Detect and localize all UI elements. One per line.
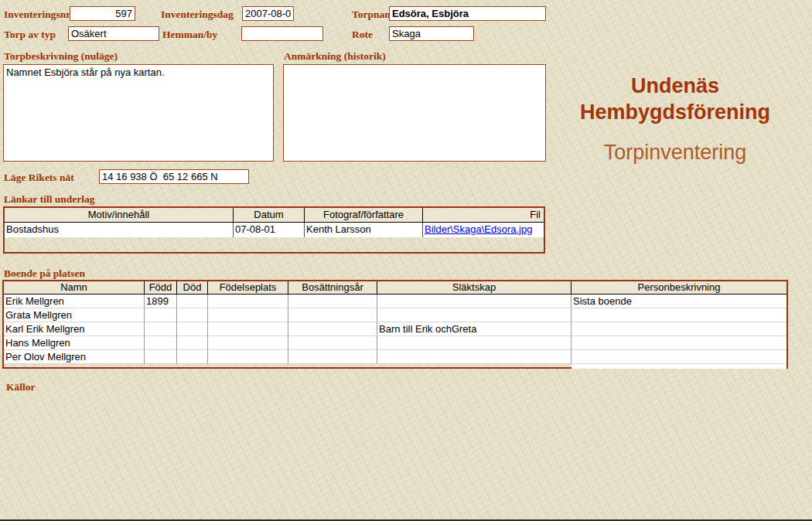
lage-rikets-nat-input[interactable] [99,169,249,184]
resident-kinship [377,350,571,364]
links-table: Motiv/innehåll Datum Fotograf/författare… [3,206,545,254]
rote-label: Rote [352,29,373,41]
residents-header-personbeskrivning: Personbeskrivning [571,281,786,295]
residents-header-row: Namn Född Död Födelseplats Bosättningsår… [4,281,786,295]
resident-birthplace [208,336,288,350]
hemman-by-input[interactable] [241,26,323,41]
resident-name: Per Olov Mellgren [4,350,145,364]
resident-description [571,322,786,336]
lankar-till-underlag-label: Länkar till underlag [4,193,95,206]
torp-av-typ-label: Torp av typ [4,29,56,41]
resident-birthplace [208,350,288,364]
resident-description [571,336,786,350]
resident-settled-year [288,322,377,336]
hemman-by-label: Hemman/by [162,29,217,41]
residents-header-namn: Namn [4,281,145,295]
page-subtitle: Torpinventering [551,141,800,165]
torpinventering-form-page: Inventeringsnr Inventeringsdag Torpnamn … [0,0,812,521]
links-header-datum: Datum [234,208,305,223]
resident-birthplace [208,295,288,308]
resident-settled-year [288,308,377,322]
anmarkning-label: Anmärkning (historik) [284,50,386,63]
resident-kinship [377,295,571,308]
kallor-label: Källor [6,381,36,393]
residents-header-fodd: Född [145,281,177,295]
links-table-header-row: Motiv/innehåll Datum Fotograf/författare… [5,208,544,223]
inventeringsnr-input[interactable] [70,6,135,21]
org-title-line1: Undenäs [551,73,800,99]
resident-settled-year [288,350,377,364]
resident-description [571,350,786,364]
resident-birthplace [208,322,288,336]
resident-kinship [377,336,571,350]
residents-row-1: Erik Mellgren 1899 Sista boende [4,295,786,308]
rote-input[interactable] [389,26,474,41]
resident-born [145,350,177,364]
resident-died [177,336,208,350]
torpbeskrivning-label: Torpbeskrivning (nuläge) [4,50,118,63]
residents-header-dod: Död [177,281,208,295]
resident-description: Sista boende [571,295,786,308]
resident-died [177,295,208,308]
links-header-motiv: Motiv/innehåll [5,208,234,223]
resident-name: Erik Mellgren [4,295,145,308]
residents-row-3: Karl Erik Mellgren Barn till Erik ochGre… [4,322,786,336]
org-title-line2: Hembygdsförening [551,99,800,125]
resident-birthplace [208,308,288,322]
org-title: Undenäs Hembygdsförening [551,73,800,125]
residents-header-slaktskap: Släktskap [377,281,571,295]
resident-description [571,308,786,322]
residents-header-fodelseplats: Födelseplats [208,281,288,295]
links-table-row: Bostadshus 07-08-01 Kenth Larsson Bilder… [5,223,544,237]
resident-settled-year [288,295,377,308]
file-link[interactable]: Bilder\Skaga\Edsora.jpg [425,223,532,235]
resident-born [145,308,177,322]
anmarkning-textarea[interactable] [283,64,546,162]
resident-name: Hans Mellgren [4,336,145,350]
resident-born [145,336,177,350]
inventeringsdag-input[interactable] [242,6,294,21]
resident-born: 1899 [145,295,177,308]
torp-av-typ-input[interactable] [68,26,159,41]
inventeringsdag-label: Inventeringsdag [161,9,234,21]
resident-born [145,322,177,336]
resident-died [177,350,208,364]
links-cell-fotograf: Kenth Larsson [305,223,423,237]
links-table-empty-row [5,237,544,252]
resident-died [177,322,208,336]
residents-table: Namn Född Död Födelseplats Bosättningsår… [2,280,788,369]
resident-settled-year [288,336,377,350]
resident-name: Karl Erik Mellgren [4,322,145,336]
residents-row-5: Per Olov Mellgren [4,350,786,364]
resident-name: Grata Mellgren [4,308,145,322]
lage-rikets-nat-label: Läge Rikets nät [4,172,74,184]
resident-kinship: Barn till Erik ochGreta [377,322,571,336]
resident-kinship [377,308,571,322]
residents-filler-row [4,364,786,369]
boende-pa-platsen-label: Boende på platsen [4,267,85,280]
resident-died [177,308,208,322]
torpbeskrivning-textarea[interactable]: Namnet Esbjöra står på nya kartan. [3,64,274,162]
links-header-fotograf: Fotograf/författare [305,208,423,223]
residents-row-2: Grata Mellgren [4,308,786,322]
links-cell-fil: Bilder\Skaga\Edsora.jpg [423,223,544,237]
links-header-fil: Fil [423,208,544,223]
links-cell-motiv: Bostadshus [5,223,234,237]
links-cell-datum: 07-08-01 [234,223,305,237]
residents-header-bosattningsar: Bosättningsår [288,281,377,295]
torpnamn-input[interactable] [389,6,546,21]
inventeringsnr-label: Inventeringsnr [4,9,70,21]
residents-row-4: Hans Mellgren [4,336,786,350]
